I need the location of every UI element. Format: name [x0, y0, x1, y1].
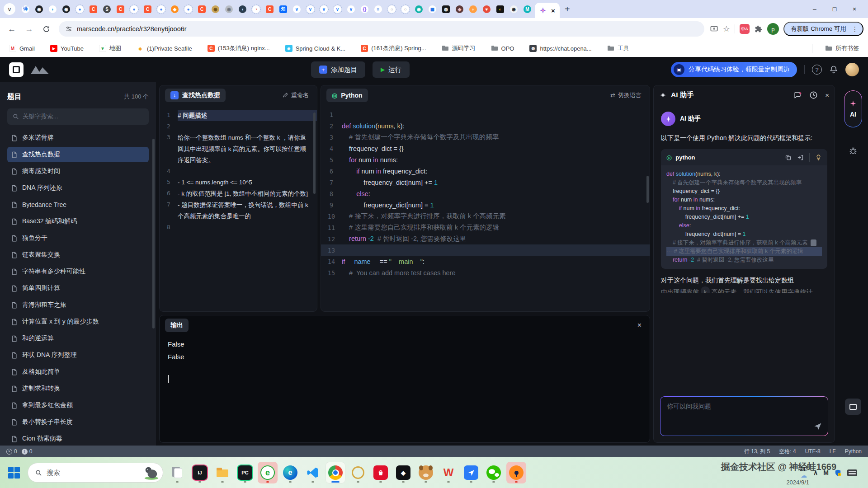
description-tab[interactable]: ↓ 查找热点数据: [165, 89, 226, 102]
output-close-icon[interactable]: ×: [635, 321, 644, 330]
security-shield-icon[interactable]: !: [834, 469, 842, 477]
taskbar-huawei[interactable]: [371, 462, 391, 483]
problem-item[interactable]: 和的逆运算: [7, 331, 149, 346]
pinned-tab[interactable]: ∨: [331, 3, 344, 15]
problem-item[interactable]: 简单四则计算: [7, 281, 149, 296]
problem-item[interactable]: 病毒感染时间: [7, 164, 149, 179]
pinned-tab[interactable]: {}: [358, 3, 371, 15]
tray-overflow-chevron-icon[interactable]: ∧: [813, 469, 818, 476]
address-bar[interactable]: marscode.cn/practice/r328eny6jooo6r: [59, 21, 704, 37]
taskbar-keyhole[interactable]: [506, 462, 526, 483]
user-avatar[interactable]: [845, 63, 859, 76]
pinned-tab[interactable]: ◆: [453, 3, 466, 15]
active-tab[interactable]: ×: [535, 3, 560, 18]
promo-banner[interactable]: ▣ 分享代码练习体验，领限量定制周边: [671, 62, 797, 77]
app-logo-icon[interactable]: [9, 62, 24, 77]
error-count[interactable]: ×0: [6, 448, 17, 455]
bookmark-item[interactable]: ▼地图: [96, 44, 124, 53]
ai-conversation[interactable]: AI 助手 以下是一个使用 Python 解决此问题的代码框架和提示: ◎ py…: [654, 105, 835, 392]
editor-scrollbar[interactable]: [646, 176, 649, 203]
maximize-icon[interactable]: □: [825, 2, 844, 16]
pinned-tab[interactable]: ●: [155, 3, 168, 15]
taskbar-wechat[interactable]: [484, 462, 504, 483]
start-button[interactable]: [5, 463, 24, 482]
pinned-tab[interactable]: ●: [73, 3, 86, 15]
touch-keyboard-icon[interactable]: [847, 469, 857, 476]
bookmark-item[interactable]: C(161条消息) Spring...: [358, 44, 429, 53]
description-lines[interactable]: 1# 问题描述23给你一个整数数组 nums 和一个整数 k ，请你返回其中出现…: [160, 105, 317, 311]
language-tab[interactable]: ◎ Python: [326, 89, 368, 102]
pinned-tab[interactable]: ◉: [222, 3, 236, 15]
taskbar-search[interactable]: 搜索: [28, 463, 163, 483]
taskbar-taskview[interactable]: [167, 462, 187, 483]
back-icon[interactable]: ←: [5, 22, 19, 36]
chrome-update-button[interactable]: 有新版 Chrome 可用 ⋮: [783, 22, 863, 36]
encoding[interactable]: UTF-8: [805, 448, 821, 455]
pinned-tab[interactable]: ▦: [426, 3, 439, 15]
indent-setting[interactable]: 空格: 4: [779, 448, 796, 455]
pinned-tab[interactable]: ♥: [480, 3, 493, 15]
pinned-tab[interactable]: 译: [19, 3, 32, 15]
bookmark-star-icon[interactable]: ☆: [723, 24, 730, 34]
install-icon[interactable]: [710, 25, 718, 33]
pinned-tab[interactable]: C: [87, 3, 100, 15]
pinned-tab[interactable]: C: [141, 3, 154, 15]
pinned-tab[interactable]: C: [114, 3, 127, 15]
add-problem-button[interactable]: + 添加题目: [311, 61, 365, 78]
translate-extension-icon[interactable]: 中A: [740, 24, 750, 34]
problem-item[interactable]: Base32 编码和解码: [7, 214, 149, 229]
taskbar-vscode[interactable]: [303, 462, 323, 483]
new-tab-button[interactable]: +: [561, 4, 574, 15]
pinned-tab[interactable]: ○: [399, 3, 412, 15]
output-content[interactable]: FalseFalse: [160, 335, 650, 389]
problem-item[interactable]: 多米诺骨牌: [7, 130, 149, 145]
problem-item[interactable]: Bytedance Tree: [7, 197, 149, 212]
pinned-tab[interactable]: S: [100, 3, 113, 15]
pinned-tab[interactable]: ◉: [209, 3, 222, 15]
taskbar-quark[interactable]: ◆: [393, 462, 413, 483]
problem-item[interactable]: 进制求和转换: [7, 381, 149, 396]
taskbar-e360[interactable]: e: [258, 462, 278, 483]
pinned-tab[interactable]: ∨: [304, 3, 317, 15]
problem-item[interactable]: 拿到最多红包金额: [7, 398, 149, 413]
insert-code-icon[interactable]: [797, 154, 804, 161]
problem-item[interactable]: 最小替换子串长度: [7, 414, 149, 430]
problem-item[interactable]: 查找热点数据: [7, 147, 149, 162]
site-settings-icon[interactable]: [65, 25, 72, 33]
marscode-mountain-logo[interactable]: [30, 64, 50, 75]
weather-widget[interactable]: 31°☁: [800, 467, 808, 479]
sidebar-scrollbar[interactable]: [152, 139, 155, 328]
pinned-tab[interactable]: ◆: [168, 3, 181, 15]
bookmark-item[interactable]: MGmail: [6, 44, 38, 52]
problem-item[interactable]: Cion 勒索病毒: [7, 431, 149, 446]
pinned-tab[interactable]: ●: [182, 3, 195, 15]
pinned-tab[interactable]: ◍: [439, 3, 453, 15]
eol-setting[interactable]: LF: [830, 448, 836, 455]
collapse-output-button[interactable]: [845, 399, 861, 415]
lightbulb-icon[interactable]: [815, 154, 822, 161]
pinned-tab[interactable]: ◐: [494, 3, 507, 15]
all-bookmarks-button[interactable]: 所有书签: [822, 44, 862, 53]
debug-bug-icon[interactable]: [845, 145, 861, 158]
pinned-tab[interactable]: ∨: [317, 3, 330, 15]
taskbar-edge[interactable]: e: [280, 462, 300, 483]
taskbar-folderic[interactable]: [212, 462, 232, 483]
ai-toggle-button[interactable]: AI: [844, 90, 862, 127]
warning-count[interactable]: !0: [22, 448, 33, 455]
run-button[interactable]: ▶ 运行: [373, 61, 410, 78]
bell-icon[interactable]: [829, 65, 838, 74]
problem-item[interactable]: 计算位置 x 到 y 的最少步数: [7, 314, 149, 329]
tab-search-chevron-icon[interactable]: ∨: [4, 3, 15, 15]
copy-icon[interactable]: [785, 154, 792, 161]
taskbar-pycharm[interactable]: PC: [235, 462, 255, 483]
taskbar-ij[interactable]: IJ: [190, 462, 210, 483]
help-icon[interactable]: ?: [812, 65, 822, 75]
problem-item[interactable]: 链表聚集交换: [7, 247, 149, 263]
bookmark-item[interactable]: ◍https://chat.opena...: [527, 44, 594, 52]
pinned-tab[interactable]: ◗: [46, 3, 59, 15]
refresh-icon[interactable]: [39, 22, 53, 36]
pinned-tab[interactable]: ◖: [236, 3, 249, 15]
problem-item[interactable]: 环状 DNA 序列整理: [7, 347, 149, 363]
history-icon[interactable]: [809, 91, 818, 99]
browser-profile-avatar[interactable]: p: [767, 23, 779, 35]
